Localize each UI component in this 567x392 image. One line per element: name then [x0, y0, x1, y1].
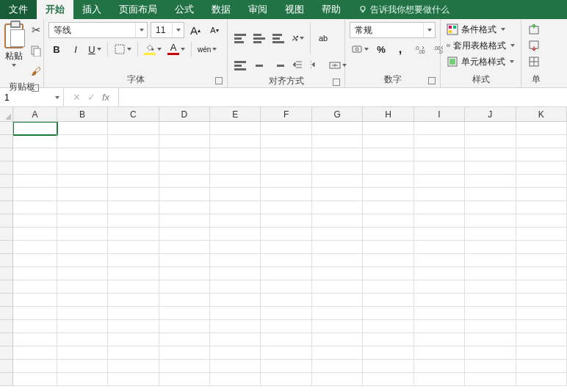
cell[interactable]	[312, 241, 363, 254]
cell[interactable]	[108, 214, 159, 228]
cell[interactable]	[261, 135, 311, 148]
cell[interactable]	[363, 228, 413, 241]
cell[interactable]	[261, 307, 311, 320]
tab-page-layout[interactable]: 页面布局	[110, 0, 166, 19]
cell[interactable]	[210, 373, 261, 386]
cell[interactable]	[159, 280, 210, 294]
cell[interactable]	[159, 214, 210, 228]
cell[interactable]	[312, 228, 363, 241]
tab-data[interactable]: 数据	[203, 0, 239, 19]
cell[interactable]	[414, 188, 465, 201]
cell[interactable]	[516, 214, 567, 228]
row-header[interactable]	[0, 333, 13, 346]
cell[interactable]	[414, 148, 465, 161]
cell[interactable]	[159, 346, 210, 360]
cell[interactable]	[312, 188, 363, 201]
format-painter-button[interactable]: 🖌	[28, 63, 44, 79]
cell[interactable]	[13, 228, 57, 241]
cell[interactable]	[13, 280, 57, 294]
cell[interactable]	[414, 254, 465, 267]
cell[interactable]	[465, 280, 516, 294]
cell[interactable]	[13, 294, 57, 307]
dialog-launcher-icon[interactable]	[333, 79, 340, 86]
underline-button[interactable]: U	[87, 41, 103, 57]
cell[interactable]	[261, 214, 311, 228]
cell[interactable]	[108, 346, 159, 360]
cell[interactable]	[108, 148, 159, 161]
cell[interactable]	[465, 307, 516, 320]
font-size-combo[interactable]: 11	[151, 22, 184, 38]
cell[interactable]	[57, 175, 108, 188]
comma-button[interactable]: ,	[392, 41, 408, 57]
cell[interactable]	[57, 307, 108, 320]
cell[interactable]	[516, 280, 567, 294]
row-header[interactable]	[0, 175, 13, 188]
cell[interactable]	[465, 320, 516, 333]
cell[interactable]	[159, 135, 210, 148]
align-center-button[interactable]	[251, 57, 267, 73]
cell[interactable]	[159, 333, 210, 346]
cell[interactable]	[312, 267, 363, 280]
cell[interactable]	[13, 346, 57, 360]
cut-button[interactable]: ✂	[28, 22, 44, 38]
cell[interactable]	[13, 148, 57, 161]
cell[interactable]	[210, 307, 261, 320]
cell[interactable]	[210, 280, 261, 294]
cell[interactable]	[414, 161, 465, 175]
cell[interactable]	[312, 161, 363, 175]
row-header[interactable]	[0, 294, 13, 307]
cell[interactable]	[363, 267, 413, 280]
cell[interactable]	[108, 241, 159, 254]
cell[interactable]	[414, 320, 465, 333]
cell[interactable]	[363, 346, 413, 360]
cell[interactable]	[516, 267, 567, 280]
insert-cells-button[interactable]	[526, 22, 542, 37]
cell[interactable]	[159, 360, 210, 373]
tab-formulas[interactable]: 公式	[166, 0, 203, 19]
cell[interactable]	[261, 122, 311, 135]
cell[interactable]	[363, 333, 413, 346]
cell[interactable]	[210, 267, 261, 280]
cell[interactable]	[57, 135, 108, 148]
cell[interactable]	[13, 122, 57, 135]
column-header[interactable]: F	[261, 107, 311, 122]
cell[interactable]	[57, 214, 108, 228]
cell[interactable]	[261, 228, 311, 241]
cell[interactable]	[13, 360, 57, 373]
dialog-launcher-icon[interactable]	[428, 77, 436, 84]
cell[interactable]	[414, 201, 465, 214]
cell[interactable]	[210, 360, 261, 373]
cell[interactable]	[108, 294, 159, 307]
row-header[interactable]	[0, 280, 13, 294]
number-format-combo[interactable]: 常规	[350, 22, 436, 38]
cell[interactable]	[13, 201, 57, 214]
italic-button[interactable]: I	[68, 41, 84, 57]
cell[interactable]	[261, 148, 311, 161]
cell[interactable]	[210, 161, 261, 175]
row-header[interactable]	[0, 122, 13, 135]
cell[interactable]	[57, 161, 108, 175]
cell[interactable]	[108, 228, 159, 241]
cell[interactable]	[57, 280, 108, 294]
cell[interactable]	[108, 254, 159, 267]
cell[interactable]	[363, 373, 413, 386]
chevron-down-icon[interactable]	[51, 96, 63, 99]
cell[interactable]	[465, 360, 516, 373]
cell[interactable]	[210, 254, 261, 267]
cell[interactable]	[312, 175, 363, 188]
align-top-button[interactable]	[232, 30, 248, 46]
select-all-corner[interactable]	[0, 107, 13, 122]
cell[interactable]	[159, 161, 210, 175]
cell[interactable]	[312, 280, 363, 294]
row-header[interactable]	[0, 148, 13, 161]
cell[interactable]	[159, 254, 210, 267]
fill-color-button[interactable]	[142, 41, 163, 57]
cell[interactable]	[516, 373, 567, 386]
decrease-indent-button[interactable]	[289, 57, 306, 73]
row-header[interactable]	[0, 373, 13, 386]
cell[interactable]	[159, 228, 210, 241]
cell[interactable]	[363, 122, 413, 135]
format-cells-button[interactable]	[526, 54, 542, 69]
cell[interactable]	[465, 346, 516, 360]
cell[interactable]	[261, 241, 311, 254]
